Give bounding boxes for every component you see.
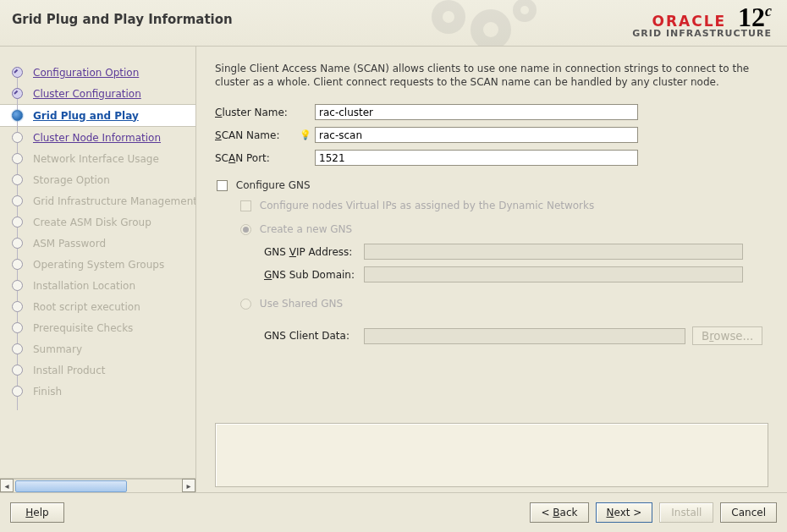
- configure-gns-checkbox[interactable]: [217, 180, 228, 191]
- wizard-footer: Help < Back Next > Install Cancel: [0, 492, 787, 532]
- step-pending-icon: [12, 365, 23, 376]
- svg-point-1: [443, 11, 454, 23]
- scroll-track[interactable]: [14, 479, 182, 492]
- step-finish: Finish: [0, 381, 195, 402]
- scan-name-input[interactable]: [315, 127, 638, 143]
- back-button[interactable]: < Back: [530, 502, 588, 523]
- step-done-icon: [12, 67, 23, 78]
- oracle-logo: ORACLE 12c GRID INFRASTRUCTURE: [632, 3, 772, 38]
- step-grid-plug-and-play[interactable]: Grid Plug and Play: [0, 104, 196, 127]
- step-root-script-execution: Root script execution: [0, 296, 195, 317]
- svg-point-0: [432, 0, 465, 34]
- scroll-left-arrow[interactable]: ◂: [0, 479, 14, 492]
- message-area: [215, 423, 768, 487]
- decorative-gears: [398, 0, 567, 46]
- cancel-button[interactable]: Cancel: [720, 502, 777, 523]
- intro-text: Single Client Access Name (SCAN) allows …: [215, 62, 768, 89]
- step-summary: Summary: [0, 338, 195, 359]
- install-button: Install: [659, 502, 713, 523]
- next-button[interactable]: Next >: [596, 502, 653, 523]
- gns-vip-label: GNS VIP Address:: [264, 246, 364, 258]
- step-pending-icon: [12, 259, 23, 270]
- create-new-gns-radio: [240, 224, 251, 235]
- step-grid-infrastructure-management: Grid Infrastructure Management: [0, 190, 195, 211]
- step-asm-password: ASM Password: [0, 233, 195, 254]
- page-title: Grid Plug and Play Information: [12, 12, 233, 27]
- step-cluster-configuration[interactable]: Cluster Configuration: [0, 83, 195, 104]
- configure-virtual-ips-row: Configure nodes Virtual IPs as assigned …: [240, 200, 768, 211]
- scroll-right-arrow[interactable]: ▸: [182, 479, 195, 492]
- step-cluster-node-information[interactable]: Cluster Node Information: [0, 127, 195, 148]
- gns-client-data-label: GNS Client Data:: [264, 330, 364, 342]
- step-pending-icon: [12, 217, 23, 228]
- step-storage-option: Storage Option: [0, 169, 195, 190]
- wizard-steps-sidebar: Configuration Option Cluster Configurati…: [0, 47, 196, 492]
- svg-point-4: [513, 0, 537, 22]
- use-shared-gns-row: Use Shared GNS: [240, 298, 768, 310]
- step-network-interface-usage: Network Interface Usage: [0, 148, 195, 169]
- step-pending-icon: [12, 322, 23, 333]
- configure-gns-checkbox-row[interactable]: Configure GNS: [217, 179, 768, 191]
- step-prerequisite-checks: Prerequisite Checks: [0, 317, 195, 338]
- svg-point-2: [471, 9, 511, 46]
- step-operating-system-groups: Operating System Groups: [0, 254, 195, 275]
- configure-gns-label: Configure GNS: [236, 179, 311, 191]
- cluster-name-label: Cluster Name:: [215, 107, 300, 118]
- step-pending-icon: [12, 195, 23, 206]
- cluster-name-input[interactable]: [315, 104, 638, 120]
- create-new-gns-row: Create a new GNS: [240, 223, 768, 235]
- gns-vip-input: [364, 244, 743, 260]
- sidebar-horizontal-scrollbar[interactable]: ◂ ▸: [0, 478, 195, 492]
- step-install-product: Install Product: [0, 359, 195, 381]
- gns-subdomain-label: GNS Sub Domain:: [264, 269, 364, 281]
- step-configuration-option[interactable]: Configuration Option: [0, 62, 195, 83]
- step-create-asm-disk-group: Create ASM Disk Group: [0, 211, 195, 233]
- header: Grid Plug and Play Information ORACLE 12…: [0, 0, 787, 47]
- step-pending-icon: [12, 386, 23, 397]
- step-pending-icon: [12, 174, 23, 185]
- step-current-icon: [12, 110, 23, 121]
- main-content: Single Client Access Name (SCAN) allows …: [196, 47, 787, 492]
- svg-point-5: [520, 6, 529, 14]
- step-pending-icon: [12, 153, 23, 164]
- browse-button: Browse...: [692, 326, 762, 345]
- step-pending-icon: [12, 280, 23, 291]
- svg-point-3: [483, 22, 498, 37]
- gns-subdomain-input: [364, 266, 743, 282]
- configure-virtual-ips-checkbox: [240, 200, 251, 211]
- gns-client-data-input: [364, 328, 685, 344]
- step-pending-icon: [12, 301, 23, 312]
- scan-port-label: SCAN Port:: [215, 152, 300, 164]
- step-pending-icon: [12, 132, 23, 143]
- scroll-thumb[interactable]: [15, 480, 127, 492]
- lightbulb-icon: 💡: [300, 129, 311, 141]
- scan-port-input[interactable]: [315, 150, 638, 166]
- step-pending-icon: [12, 343, 23, 354]
- use-shared-gns-radio: [240, 299, 251, 310]
- step-pending-icon: [12, 238, 23, 249]
- step-done-icon: [12, 88, 23, 99]
- step-installation-location: Installation Location: [0, 275, 195, 296]
- scan-name-label: SCAN Name:: [215, 129, 300, 141]
- help-button[interactable]: Help: [10, 502, 64, 523]
